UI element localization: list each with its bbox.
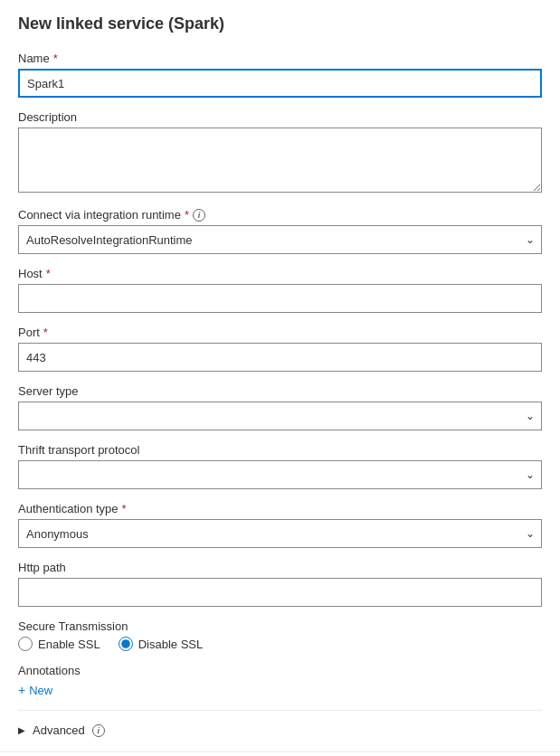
disable-ssl-radio[interactable] — [119, 637, 133, 651]
enable-ssl-label: Enable SSL — [38, 638, 100, 651]
thrift-field-group: Thrift transport protocol ⌄ — [18, 443, 542, 489]
connect-runtime-select[interactable]: AutoResolveIntegrationRuntime — [18, 225, 542, 254]
plus-icon: + — [18, 683, 25, 697]
disable-ssl-option[interactable]: Disable SSL — [119, 637, 204, 651]
auth-required-star: * — [122, 502, 127, 515]
server-type-wrapper: ⌄ — [18, 402, 542, 430]
connect-runtime-field-group: Connect via integration runtime * i Auto… — [18, 208, 542, 254]
http-path-field-group: Http path — [18, 561, 542, 607]
secure-transmission-group: Secure Transmission Enable SSL Disable S… — [18, 619, 542, 651]
footer: Create Back 🔌 Test connection Cancel — [0, 751, 560, 756]
port-required-star: * — [43, 326, 48, 339]
name-field-group: Name * — [18, 52, 542, 98]
http-path-label: Http path — [18, 561, 542, 574]
server-type-field-group: Server type ⌄ — [18, 384, 542, 430]
enable-ssl-option[interactable]: Enable SSL — [18, 637, 100, 651]
auth-type-field-group: Authentication type * Anonymous ⌄ — [18, 502, 542, 548]
host-input[interactable] — [18, 284, 542, 313]
server-type-select[interactable] — [18, 402, 542, 430]
enable-ssl-radio[interactable] — [18, 637, 33, 651]
connect-info-icon[interactable]: i — [193, 209, 205, 222]
advanced-label: Advanced — [33, 723, 85, 737]
page-title: New linked service (Spark) — [18, 14, 542, 33]
description-field-group: Description — [18, 110, 542, 195]
advanced-info-icon[interactable]: i — [92, 724, 105, 737]
advanced-section[interactable]: ▶ Advanced i — [18, 723, 542, 737]
secure-transmission-label: Secure Transmission — [18, 619, 542, 633]
new-annotation-label: New — [29, 684, 52, 697]
ssl-radio-group: Enable SSL Disable SSL — [18, 637, 542, 651]
annotations-section: Annotations + New — [18, 664, 542, 697]
page-container: New linked service (Spark) Name * Descri… — [0, 0, 560, 756]
form-container: New linked service (Spark) Name * Descri… — [0, 0, 560, 751]
host-required-star: * — [46, 267, 51, 280]
divider — [18, 710, 542, 711]
description-input[interactable] — [18, 128, 542, 193]
thrift-label: Thrift transport protocol — [18, 443, 542, 457]
thrift-wrapper: ⌄ — [18, 460, 542, 489]
name-required-star: * — [53, 52, 58, 65]
connect-runtime-label: Connect via integration runtime * i — [18, 208, 542, 222]
http-path-input[interactable] — [18, 578, 542, 607]
disable-ssl-label: Disable SSL — [138, 638, 204, 651]
advanced-chevron-icon: ▶ — [18, 725, 25, 735]
host-label: Host * — [18, 267, 542, 280]
description-label: Description — [18, 110, 542, 124]
annotations-label: Annotations — [18, 664, 542, 677]
auth-type-wrapper: Anonymous ⌄ — [18, 519, 542, 548]
connect-runtime-wrapper: AutoResolveIntegrationRuntime ⌄ — [18, 225, 542, 254]
new-annotation-button[interactable]: + New — [18, 683, 52, 697]
name-input[interactable] — [18, 69, 542, 98]
auth-type-label: Authentication type * — [18, 502, 542, 515]
auth-type-select[interactable]: Anonymous — [18, 519, 542, 548]
connect-required-star: * — [185, 208, 189, 222]
host-field-group: Host * — [18, 267, 542, 313]
port-label: Port * — [18, 326, 542, 339]
thrift-select[interactable] — [18, 460, 542, 489]
name-label: Name * — [18, 52, 542, 65]
port-input[interactable] — [18, 343, 542, 372]
port-field-group: Port * — [18, 326, 542, 372]
server-type-label: Server type — [18, 384, 542, 398]
